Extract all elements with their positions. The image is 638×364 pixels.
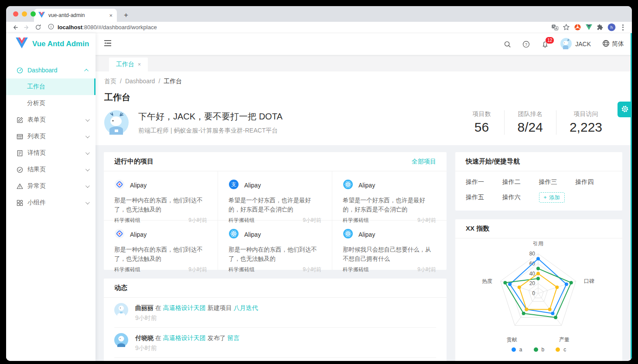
quicknav-link[interactable]: 操作六 [502, 194, 539, 201]
stat-label: 项目访问 [570, 110, 602, 118]
legend-dot [556, 347, 560, 352]
project-card[interactable]: Alipay那是一种内在的东西，他们到达不了，也无法触及的科学搬砖组9小时前 [218, 221, 332, 270]
app-logo[interactable]: Vue Antd Admin [6, 33, 96, 55]
username-label: JACK [575, 41, 591, 48]
notification-bell-icon[interactable]: 12 [541, 40, 549, 48]
activity-item: 付晓晓 在 高逼格设计天团 发布了 留言9小时前 [114, 328, 436, 358]
project-group-link[interactable]: 科学搬砖组 [343, 266, 369, 273]
widget-icon [17, 200, 23, 206]
breadcrumb-item[interactable]: Dashboard [125, 78, 155, 85]
activity-item: 曲丽丽 在 高逼格设计天团 新建项目 八月迭代9小时前 [114, 298, 436, 328]
legend-item-b[interactable]: b [534, 347, 545, 353]
back-icon[interactable] [10, 23, 20, 32]
breadcrumb-separator: / [120, 78, 122, 85]
reload-icon[interactable] [33, 23, 43, 32]
sidebar-item-dashboard[interactable]: Dashboard [6, 62, 96, 78]
stat-item: 项目访问2,223 [556, 110, 615, 135]
project-group-link[interactable]: 科学搬砖组 [114, 266, 140, 273]
quicknav-link[interactable]: 操作四 [575, 178, 612, 186]
chevron-down-icon [85, 117, 90, 122]
settings-drawer-edge [631, 33, 632, 361]
project-name: Alipay [130, 182, 147, 189]
profile-avatar[interactable]: h [607, 23, 616, 32]
activity-link[interactable]: 八月迭代 [234, 304, 258, 311]
project-card[interactable]: 支Alipay希望是一个好东西，也许是最好的，好东西是不会消亡的科学搬砖组9小时… [218, 171, 332, 221]
page-tab-close-icon[interactable]: × [138, 61, 141, 68]
new-tab-button[interactable]: + [120, 10, 132, 21]
notification-badge: 12 [545, 37, 554, 44]
stat-value: 8/24 [518, 120, 543, 135]
activity-body: 付晓晓 在 高逼格设计天团 发布了 留言9小时前 [135, 333, 240, 352]
browser-tab[interactable]: vue-antd-admin × [34, 9, 117, 22]
sidebar-item-workplace[interactable]: 工作台 [6, 78, 96, 95]
project-card[interactable]: Alipay希望是一个好东西，也许是最好的，好东西是不会消亡的科学搬砖组9小时前 [332, 171, 447, 221]
activity-link[interactable]: 留言 [228, 334, 240, 341]
sidebar-item-analysis[interactable]: 分析页 [6, 95, 96, 112]
page-tab-workplace[interactable]: 工作台 × [109, 58, 148, 71]
activity-body: 曲丽丽 在 高逼格设计天团 新建项目 八月迭代9小时前 [135, 303, 258, 322]
address-bar[interactable]: localhost:8080/#/dashboard/workplace [44, 24, 548, 31]
globe-icon [602, 40, 610, 48]
language-switcher[interactable]: 简体 [602, 40, 624, 48]
project-description: 那是一种内在的东西，他们到达不了，也无法触及的 [114, 196, 207, 214]
project-card[interactable]: Alipay那时候我只会想自己想要什么，从不想自己拥有什么科学搬砖组9小时前 [332, 221, 447, 270]
activity-link[interactable]: 高逼格设计天团 [163, 334, 206, 341]
search-icon[interactable] [504, 41, 511, 48]
chart-card-title: XX 指数 [466, 225, 612, 233]
sidebar-item-components[interactable]: 小组件 [6, 194, 96, 211]
dashboard-icon [17, 67, 23, 74]
user-menu[interactable]: JACK [560, 38, 591, 51]
activity-avatar-2 [114, 333, 128, 347]
tab-close-icon[interactable]: × [109, 12, 113, 19]
forward-icon[interactable] [22, 23, 31, 32]
activity-plain-text: 发布了 [206, 334, 228, 341]
add-operation-button[interactable]: +添加 [539, 192, 565, 203]
breadcrumb-item[interactable]: 首页 [104, 78, 116, 85]
help-icon[interactable]: ? [522, 41, 530, 48]
legend-item-c[interactable]: c [556, 347, 566, 353]
extensions-puzzle-icon[interactable] [595, 23, 605, 32]
project-updated-time: 9小时前 [303, 266, 321, 273]
chevron-down-icon [85, 184, 90, 188]
quicknav-link[interactable]: 操作二 [502, 178, 539, 186]
sidebar-item-list[interactable]: 列表页 [6, 128, 96, 145]
menu-fold-icon[interactable] [104, 40, 111, 48]
project-group-link[interactable]: 科学搬砖组 [229, 266, 255, 273]
svg-text:支: 支 [231, 182, 236, 187]
sidebar-item-label: 异常页 [27, 182, 85, 190]
sidebar-item-form[interactable]: 表单页 [6, 112, 96, 128]
quicknav-link[interactable]: 操作三 [539, 178, 576, 186]
quicknav-link[interactable]: 操作一 [466, 178, 502, 186]
activity-link[interactable]: 高逼格设计天团 [163, 304, 206, 311]
legend-label: a [519, 347, 522, 353]
sidebar-item-label: 工作台 [27, 83, 87, 91]
check-circle-icon [17, 167, 23, 173]
all-projects-link[interactable]: 全部项目 [412, 158, 436, 166]
quicknav-link[interactable]: 操作五 [466, 194, 502, 201]
antd-logo-icon [114, 179, 125, 191]
sidebar-item-exception[interactable]: 异常页 [6, 178, 96, 194]
project-description: 那是一种内在的东西，他们到达不了，也无法触及的 [229, 245, 321, 263]
window-zoom-button[interactable] [31, 11, 36, 17]
settings-button[interactable] [618, 102, 632, 117]
svg-text:?: ? [525, 42, 527, 46]
chart-card: XX 指数 020406080引用口碑产量贡献热度 abc [455, 219, 622, 361]
sidebar-item-detail[interactable]: 详情页 [6, 145, 96, 161]
page-title: 工作台 [104, 92, 623, 103]
extension-target-icon[interactable] [573, 23, 582, 32]
browser-menu-icon[interactable] [618, 23, 628, 32]
stat-label: 项目数 [473, 110, 491, 118]
window-minimize-button[interactable] [22, 11, 27, 17]
legend-item-a[interactable]: a [512, 347, 522, 353]
vue-devtools-icon[interactable] [584, 23, 594, 32]
bookmark-star-icon[interactable] [561, 23, 571, 32]
translate-icon[interactable] [550, 23, 560, 32]
project-card[interactable]: Alipay那是一种内在的东西，他们到达不了，也无法触及的科学搬砖组9小时前 [104, 221, 218, 270]
project-card[interactable]: Alipay那是一种内在的东西，他们到达不了，也无法触及的科学搬砖组9小时前 [104, 171, 218, 221]
sidebar-item-result[interactable]: 结果页 [6, 161, 96, 178]
page-info-icon[interactable] [48, 24, 54, 31]
window-close-button[interactable] [13, 11, 18, 17]
chevron-down-icon [85, 200, 90, 204]
warning-icon [17, 183, 23, 190]
browser-window: vue-antd-admin × + localhost:8080/#/dash… [6, 6, 632, 361]
